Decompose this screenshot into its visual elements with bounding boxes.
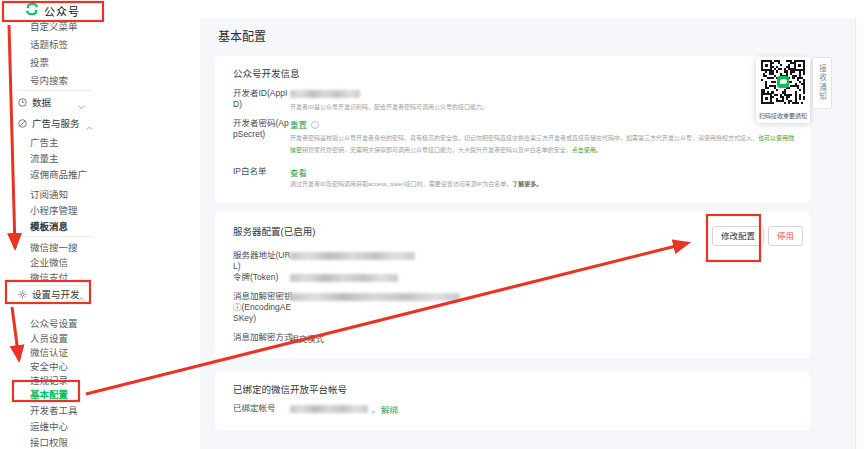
sidebar-item-api-perms[interactable]: 接口权限	[30, 436, 68, 449]
sidebar-section-settings-dev[interactable]: 设置与开发	[18, 288, 80, 302]
server-config-card: 服务器配置(已启用) 修改配置 停用 服务器地址(URL) 令牌(Token) …	[215, 212, 810, 358]
sidebar-item-topic-tags[interactable]: 话题标签	[30, 38, 68, 51]
reset-link-label: 重置	[290, 120, 307, 130]
desc-text: 通过开发者ID及密码调用获取access_token接口时，需要设置访问来源IP…	[290, 181, 512, 187]
separator: ，	[371, 403, 380, 415]
sidebar-item-traffic[interactable]: 流量主	[30, 152, 59, 165]
click-to-use-link[interactable]: 点击使用。	[572, 147, 602, 153]
sidebar-item-wework[interactable]: 企业微信	[30, 256, 68, 269]
qr-notification-popover: 扫码接收重要通知	[756, 57, 810, 123]
appid-value-redacted	[290, 90, 360, 98]
page-title: 基本配置	[218, 27, 266, 44]
sidebar-divider	[18, 90, 92, 91]
server-url-value-redacted	[290, 252, 415, 260]
modify-config-button[interactable]: 修改配置	[712, 226, 764, 246]
scrollbar[interactable]	[855, 18, 864, 449]
main-content: 基本配置 公众号开发信息 开发者ID(AppID) 开发者ID是公众号开发识别码…	[200, 18, 856, 449]
appsecret-description: 开发者密码是校验公众号开发者身份的密码，具有极高的安全性。切记勿把密码直接交换给…	[290, 132, 796, 156]
sidebar-section-ads[interactable]: 广告与服务	[18, 117, 80, 131]
sidebar-section-label: 设置与开发	[32, 289, 80, 300]
server-url-label: 服务器地址(URL)	[233, 250, 293, 272]
ip-whitelist-description: 通过开发者ID及密码调用获取access_token接口时，需要设置访问来源IP…	[290, 178, 796, 190]
chevron-up-icon	[86, 121, 93, 135]
sidebar: 自定义菜单 话题标签 投票 号内搜索 数据 广告与服务 广告主 流量主 返佣商品…	[0, 18, 200, 449]
sidebar-item-account-settings[interactable]: 公众号设置	[30, 317, 78, 330]
sidebar-section-label: 数据	[32, 97, 51, 108]
sidebar-item-violation-record[interactable]: 违规记录	[30, 374, 68, 387]
appsecret-reset-link[interactable]: 重置i	[290, 118, 319, 130]
sidebar-item-advertiser[interactable]: 广告主	[30, 136, 59, 149]
sidebar-divider	[18, 285, 92, 286]
sidebar-item-template-msg[interactable]: 模板消息	[30, 220, 68, 233]
aeskey-label: 消息加解密密钥 ⓘ(EncodingAESKey)	[233, 291, 293, 324]
sidebar-item-dev-tools[interactable]: 开发者工具	[30, 404, 78, 417]
dev-info-card: 公众号开发信息 开发者ID(AppID) 开发者ID是公众号开发识别码，配合开发…	[215, 56, 810, 203]
ip-whitelist-view-link[interactable]: 查看	[290, 166, 307, 178]
wechat-mp-basic-config-screen: 公众号 自定义菜单 话题标签 投票 号内搜索 数据 广告与服务 广告主 流量主 …	[0, 0, 864, 449]
sidebar-item-staff-settings[interactable]: 人员设置	[30, 332, 68, 345]
qr-code	[761, 60, 805, 104]
desc-text: 钥管家托管密钥，无需明文保存即可调用公众号接口能力，大大提升开发者密码以及IP白…	[302, 147, 572, 153]
sidebar-section-data[interactable]: 数据	[18, 96, 51, 110]
bound-account-card: 已绑定的微信开放平台帐号 已绑定帐号 ， 解绑	[215, 372, 810, 430]
chevron-up-icon	[78, 292, 85, 306]
disable-button[interactable]: 停用	[768, 226, 803, 246]
sidebar-section-label: 广告与服务	[32, 118, 80, 129]
sidebar-item-ops-center[interactable]: 运维中心	[30, 420, 68, 433]
sidebar-item-wxpay[interactable]: 微信支付	[30, 271, 68, 284]
qr-finder-icon	[761, 93, 772, 104]
sidebar-item-security-center[interactable]: 安全中心	[30, 360, 68, 373]
sidebar-item-wx-verify[interactable]: 微信认证	[30, 346, 68, 359]
token-value-redacted	[290, 274, 398, 282]
sidebar-item-basic-config[interactable]: 基本配置	[30, 388, 68, 401]
ads-icon	[18, 118, 27, 132]
brand-title: 公众号	[44, 3, 80, 19]
wechat-bubble-icon	[777, 76, 789, 88]
learn-more-link[interactable]: 了解更多。	[512, 181, 542, 187]
sidebar-item-commission[interactable]: 返佣商品推广	[30, 168, 87, 181]
aeskey-value-redacted	[290, 293, 460, 301]
sidebar-item-wx-search[interactable]: 微信搜一搜	[30, 241, 78, 254]
ip-whitelist-label: IP白名单	[233, 166, 293, 177]
card-title: 公众号开发信息	[233, 66, 300, 80]
sidebar-item-miniprogram[interactable]: 小程序管理	[30, 204, 78, 217]
sidebar-item-vote[interactable]: 投票	[30, 56, 49, 69]
encrypt-mode-value: 明文模式	[290, 332, 324, 344]
appid-help: 开发者ID是公众号开发识别码，配合开发者密码可调用公众号的接口能力。	[290, 103, 488, 112]
wechat-mp-logo-icon	[25, 2, 39, 16]
chevron-down-icon	[78, 100, 85, 114]
data-icon	[18, 97, 27, 111]
qr-finder-icon	[794, 60, 805, 71]
bound-account-value-redacted	[290, 405, 368, 413]
appid-label: 开发者ID(AppID)	[233, 88, 293, 110]
sidebar-item-custom-menu[interactable]: 自定义菜单	[30, 20, 78, 33]
gear-icon	[18, 289, 27, 303]
token-label: 令牌(Token)	[233, 272, 293, 283]
sidebar-item-search[interactable]: 号内搜索	[30, 74, 68, 87]
qr-caption: 扫码接收重要通知	[756, 111, 810, 120]
card-title: 服务器配置(已启用)	[233, 224, 315, 238]
encrypt-mode-label: 消息加解密方式	[233, 332, 293, 343]
desc-text: 开发者密码是校验公众号开发者身份的密码，具有极高的安全性。切记勿把密码直接交换给…	[290, 135, 758, 141]
appsecret-label: 开发者密码(AppSecret)	[233, 118, 293, 140]
sidebar-divider	[18, 236, 92, 237]
unbind-link[interactable]: 解绑	[381, 403, 398, 415]
card-title: 已绑定的微信开放平台帐号	[233, 382, 347, 396]
receive-notice-tab[interactable]: 接收通知	[812, 57, 832, 109]
topbar: 公众号	[0, 0, 864, 18]
info-icon[interactable]: i	[311, 121, 319, 129]
sidebar-item-subscribe-notice[interactable]: 订阅通知	[30, 188, 68, 201]
qr-finder-icon	[761, 60, 772, 71]
